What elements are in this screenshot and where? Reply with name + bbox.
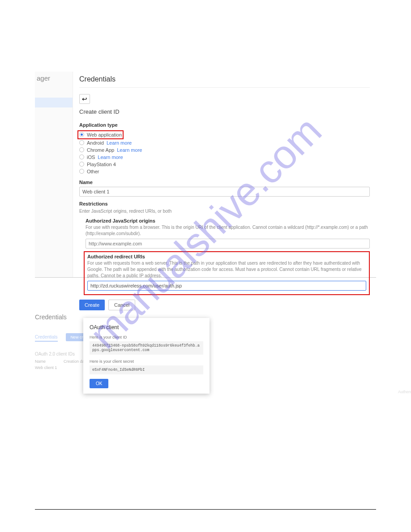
back-arrow-icon: ↩ — [82, 95, 87, 103]
option-web-application[interactable]: Web application — [79, 131, 122, 138]
left-sidebar: ager — [35, 72, 73, 277]
redirect-uris-label: Authorized redirect URIs — [87, 254, 366, 259]
option-other[interactable]: Other — [79, 168, 370, 175]
sidebar-active-item[interactable] — [35, 98, 73, 107]
create-client-id-panel: ager Credentials ↩ Create client ID Appl… — [35, 72, 376, 278]
application-type-options: Web application Android Learn more Chrom… — [79, 129, 370, 175]
page-title: Credentials — [79, 72, 370, 88]
redirect-uris-helper: For use with requests from a web server.… — [87, 260, 366, 279]
radio-icon — [79, 147, 84, 152]
option-label: PlayStation 4 — [87, 162, 116, 167]
option-label: iOS — [87, 154, 95, 160]
redirect-uris-input[interactable] — [87, 281, 366, 291]
form-title: Create client ID — [79, 108, 370, 115]
oauth-client-modal: OAuth client Here is your client ID 4494… — [83, 318, 210, 394]
highlight-redirect-uris: Authorized redirect URIs For use with re… — [84, 251, 370, 295]
modal-title: OAuth client — [90, 324, 203, 330]
name-input[interactable] — [79, 187, 370, 197]
learn-more-link[interactable]: Learn more — [98, 154, 123, 160]
row-name: Web client 1 — [35, 365, 57, 370]
radio-icon — [79, 154, 84, 159]
restrictions-label: Restrictions — [79, 201, 370, 206]
radio-icon — [79, 162, 84, 167]
back-button[interactable]: ↩ — [79, 94, 90, 104]
create-button[interactable]: Create — [79, 300, 105, 310]
option-label: Other — [87, 169, 99, 174]
oauth-client-result-panel: Credentials Credentials New credentials … — [35, 313, 376, 394]
tab-credentials[interactable]: Credentials — [35, 335, 58, 342]
radio-icon — [79, 169, 84, 174]
option-label: Android — [87, 140, 104, 146]
sidebar-title-fragment: ager — [35, 72, 73, 85]
client-id-value[interactable]: 449496723468-npsb58ofh92kqd118os9r6keu4f… — [90, 341, 203, 355]
option-android[interactable]: Android Learn more — [79, 139, 370, 146]
cancel-button[interactable]: Cancel — [108, 300, 135, 310]
js-origins-label: Authorized JavaScript origins — [86, 218, 370, 223]
application-type-label: Application type — [79, 122, 370, 128]
highlight-web-application: Web application — [77, 130, 124, 139]
page-footer-rule — [35, 509, 376, 510]
option-ios[interactable]: iOS Learn more — [79, 154, 370, 161]
client-id-label: Here is your client ID — [90, 335, 203, 339]
option-chrome-app[interactable]: Chrome App Learn more — [79, 146, 370, 154]
radio-icon — [79, 140, 84, 145]
js-origins-helper: For use with requests from a browser. Th… — [86, 224, 370, 237]
trailing-text: Authentication.jsp — [398, 390, 411, 394]
option-label: Web application — [87, 132, 122, 137]
option-playstation[interactable]: PlayStation 4 — [79, 161, 370, 168]
client-secret-value[interactable]: eSxF4NFno4n_IdSeNdR6PbI — [90, 365, 203, 374]
learn-more-link[interactable]: Learn more — [107, 140, 132, 146]
restrictions-helper: Enter JavaScript origins, redirect URIs,… — [79, 208, 370, 215]
col-name: Name — [35, 359, 46, 364]
learn-more-link[interactable]: Learn more — [117, 147, 142, 153]
radio-icon — [79, 132, 84, 137]
ok-button[interactable]: OK — [90, 379, 108, 388]
name-label: Name — [79, 180, 370, 185]
client-secret-label: Here is your client secret — [90, 359, 203, 364]
js-origins-input[interactable] — [86, 239, 370, 249]
option-label: Chrome App — [87, 147, 114, 153]
